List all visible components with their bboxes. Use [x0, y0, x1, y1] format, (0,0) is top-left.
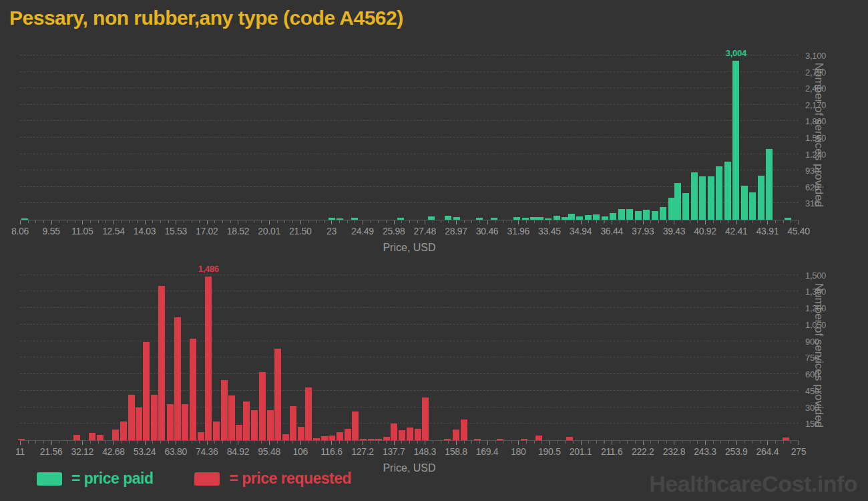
paid-bar[interactable] [724, 162, 731, 220]
x-axis-tick [363, 220, 363, 224]
paid-bar[interactable] [691, 172, 698, 220]
paid-bar[interactable] [568, 214, 575, 220]
paid-bar[interactable] [643, 210, 650, 220]
x-axis-tick [20, 441, 21, 445]
x-axis-tick [82, 441, 83, 445]
x-axis-tick [456, 220, 457, 224]
requested-bar[interactable] [190, 339, 196, 440]
requested-bar[interactable] [228, 395, 235, 440]
paid-bar[interactable] [652, 211, 658, 220]
paid-bar[interactable] [626, 209, 633, 220]
paid-bar[interactable] [593, 214, 600, 220]
requested-bar[interactable] [221, 380, 228, 440]
paid-bar[interactable] [635, 211, 642, 220]
requested-bar[interactable] [89, 433, 95, 440]
requested-bar[interactable] [236, 425, 242, 440]
x-axis-tick [238, 220, 238, 224]
requested-bar[interactable] [136, 407, 142, 440]
requested-bar[interactable] [305, 387, 312, 440]
requested-bar[interactable] [128, 395, 135, 440]
x-axis-tick [799, 441, 799, 445]
x-axis-tick [145, 220, 146, 224]
x-tick-label: 11.05 [71, 226, 93, 236]
paid-bar[interactable] [682, 193, 689, 220]
requested-bar[interactable] [399, 430, 405, 440]
x-tick-label: 45.40 [787, 226, 810, 236]
requested-bar[interactable] [535, 436, 542, 440]
requested-bar[interactable] [143, 342, 150, 440]
paid-bar[interactable] [585, 215, 592, 220]
paid-bar[interactable] [749, 192, 756, 220]
requested-bar[interactable] [243, 401, 250, 440]
requested-bar[interactable] [205, 277, 212, 440]
requested-bar[interactable] [182, 404, 188, 440]
requested-bar[interactable] [415, 429, 421, 440]
requested-bar[interactable] [112, 430, 119, 440]
paid-bar[interactable] [741, 186, 748, 220]
paid-bar[interactable] [618, 209, 625, 220]
paid-x-axis-title: Price, USD [20, 242, 799, 254]
requested-bar[interactable] [290, 406, 296, 440]
requested-bar[interactable] [352, 411, 359, 440]
x-tick-label: 28.97 [445, 226, 467, 236]
paid-bar[interactable] [610, 213, 616, 220]
paid-bar[interactable] [699, 176, 706, 220]
requested-bar[interactable] [73, 435, 80, 440]
y-tick-label: 600 [805, 369, 819, 379]
requested-bar[interactable] [282, 434, 289, 440]
gridline [20, 373, 799, 374]
requested-bar[interactable] [329, 436, 335, 440]
requested-bar[interactable] [97, 435, 103, 440]
x-tick-label: 21.56 [40, 446, 63, 457]
paid-bar[interactable] [732, 61, 739, 220]
paid-bar[interactable] [716, 166, 722, 220]
requested-bar[interactable] [213, 422, 220, 440]
requested-bar[interactable] [167, 404, 174, 440]
x-tick-label: 40.92 [694, 226, 716, 236]
requested-bar[interactable] [345, 429, 351, 440]
x-tick-label: 201.1 [570, 446, 592, 457]
x-tick-label: 158.8 [445, 446, 467, 457]
requested-bar[interactable] [198, 432, 204, 440]
x-axis-tick [799, 220, 799, 224]
gridline [20, 291, 799, 291]
requested-bar[interactable] [407, 428, 413, 440]
requested-bar[interactable] [391, 424, 397, 440]
paid-bar[interactable] [674, 183, 681, 220]
x-axis-tick [550, 220, 550, 224]
requested-bar[interactable] [461, 420, 467, 440]
requested-bar[interactable] [174, 317, 181, 440]
requested-bar[interactable] [298, 427, 304, 440]
peak-value-label: 1,486 [198, 264, 219, 274]
x-axis-tick [550, 441, 550, 445]
paid-bar[interactable] [758, 176, 765, 220]
gridline [20, 390, 799, 391]
x-axis-tick [331, 441, 332, 445]
requested-bar[interactable] [274, 349, 281, 440]
paid-bar[interactable] [766, 149, 773, 220]
x-axis-tick [176, 220, 176, 224]
x-tick-label: 42.68 [102, 446, 125, 457]
x-axis-tick [612, 220, 612, 224]
requested-bar[interactable] [251, 410, 258, 440]
paid-bar[interactable] [708, 176, 714, 220]
requested-bar[interactable] [158, 286, 165, 440]
x-tick-label: 8.06 [11, 226, 29, 236]
requested-bar[interactable] [259, 372, 266, 440]
paid-bar[interactable] [660, 207, 666, 220]
requested-bar[interactable] [453, 430, 459, 440]
requested-bar[interactable] [267, 410, 274, 440]
x-tick-label: 53.24 [134, 446, 156, 457]
x-axis-tick [581, 220, 582, 224]
x-axis-tick [82, 220, 83, 224]
x-axis-tick [114, 441, 114, 445]
requested-bar[interactable] [337, 432, 343, 440]
x-tick-label: 169.4 [476, 446, 499, 457]
price-paid-label: = price paid [71, 470, 153, 488]
x-axis-tick [300, 220, 301, 224]
requested-bar[interactable] [422, 397, 429, 440]
x-axis-tick [363, 441, 363, 445]
gridline [20, 55, 799, 55]
requested-bar[interactable] [151, 395, 158, 440]
requested-bar[interactable] [120, 422, 127, 440]
